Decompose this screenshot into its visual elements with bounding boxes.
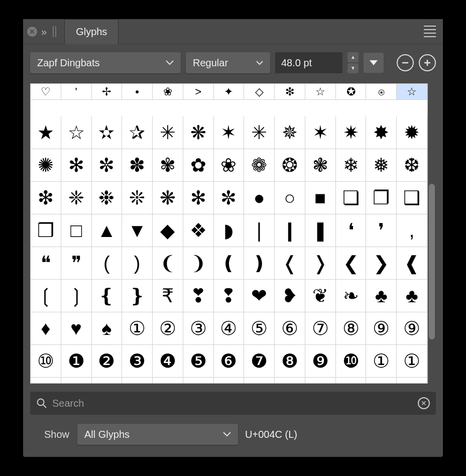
glyph-cell[interactable]: ♣ bbox=[397, 280, 427, 312]
glyph-cell[interactable]: ❦ bbox=[305, 280, 336, 312]
glyph-cell[interactable]: ❸ bbox=[397, 378, 427, 384]
glyph-cell[interactable]: ❻ bbox=[214, 345, 245, 378]
glyph-cell[interactable]: ❊ bbox=[122, 182, 153, 214]
glyph-cell[interactable]: ③ bbox=[61, 378, 92, 384]
glyph-cell[interactable]: ① bbox=[122, 312, 153, 345]
glyph-cell[interactable]: ❣ bbox=[183, 280, 214, 312]
glyph-cell[interactable]: ❄ bbox=[336, 149, 367, 182]
zoom-out-button[interactable] bbox=[397, 54, 414, 71]
glyph-cell[interactable]: ❀ bbox=[214, 149, 245, 182]
glyph-cell[interactable]: ◇ bbox=[244, 84, 275, 100]
glyph-cell[interactable]: ❙ bbox=[275, 214, 305, 247]
glyph-cell[interactable]: ⑩ bbox=[275, 378, 305, 384]
glyph-cell[interactable]: ✻ bbox=[183, 182, 214, 214]
glyph-cell[interactable]: ❐ bbox=[366, 182, 397, 214]
glyph-cell[interactable]: ✢ bbox=[92, 84, 123, 100]
glyph-cell[interactable]: ⍟ bbox=[366, 84, 397, 100]
glyph-cell[interactable]: ❑ bbox=[397, 182, 427, 214]
show-filter-select[interactable]: All Glyphs bbox=[77, 424, 238, 445]
glyph-cell[interactable]: ' bbox=[61, 84, 92, 100]
close-icon[interactable]: ✕ bbox=[27, 27, 37, 37]
glyph-cell[interactable]: ❥ bbox=[275, 280, 305, 312]
glyph-cell[interactable]: ❾ bbox=[305, 345, 336, 378]
glyph-cell[interactable]: ② bbox=[31, 378, 61, 384]
glyph-cell[interactable]: ❬ bbox=[275, 247, 305, 280]
glyph-cell[interactable]: ❖ bbox=[183, 214, 214, 247]
glyph-cell[interactable]: • bbox=[122, 84, 153, 100]
glyph-cell[interactable]: ♠ bbox=[92, 312, 123, 345]
glyph-cell[interactable]: ❘ bbox=[244, 214, 275, 247]
glyph-cell[interactable]: ✦ bbox=[214, 84, 245, 100]
glyph-cell[interactable]: ⑨ bbox=[397, 312, 427, 345]
glyph-cell[interactable]: ❸ bbox=[366, 378, 397, 384]
glyph-cell[interactable]: ❷ bbox=[92, 345, 123, 378]
glyph-cell[interactable]: ) bbox=[122, 247, 153, 280]
glyph-cell[interactable]: ◗ bbox=[214, 214, 245, 247]
glyph-cell[interactable]: ① bbox=[366, 345, 397, 378]
glyph-cell[interactable]: ☆ bbox=[61, 116, 92, 149]
font-family-select[interactable]: Zapf Dingbats bbox=[30, 52, 181, 73]
glyph-cell[interactable]: ❯ bbox=[366, 247, 397, 280]
glyph-cell[interactable]: ❇ bbox=[275, 84, 305, 100]
grip-icon[interactable] bbox=[53, 26, 56, 37]
glyph-cell[interactable]: ✶ bbox=[214, 116, 245, 149]
glyph-cell[interactable]: ✶ bbox=[305, 116, 336, 149]
glyph-cell[interactable]: ① bbox=[397, 345, 427, 378]
glyph-cell[interactable]: ❛ bbox=[336, 214, 367, 247]
glyph-cell[interactable]: ✳ bbox=[153, 116, 183, 149]
glyph-cell[interactable]: ■ bbox=[305, 182, 336, 214]
glyph-cell[interactable]: ❜ bbox=[366, 214, 397, 247]
clear-search-button[interactable]: ✕ bbox=[418, 397, 430, 409]
glyph-cell[interactable]: ❿ bbox=[336, 345, 367, 378]
glyph-cell[interactable]: ✳ bbox=[244, 116, 275, 149]
glyph-cell[interactable]: ⑤ bbox=[122, 378, 153, 384]
glyph-cell[interactable]: ❮ bbox=[336, 247, 367, 280]
glyph-cell[interactable]: ✫ bbox=[92, 116, 123, 149]
glyph-cell[interactable]: ❀ bbox=[153, 84, 183, 100]
glyph-cell[interactable]: ✼ bbox=[214, 182, 245, 214]
glyph-cell[interactable]: ❝ bbox=[31, 247, 61, 280]
glyph-cell[interactable]: ❸ bbox=[122, 345, 153, 378]
glyph-cell[interactable]: ⑤ bbox=[244, 312, 275, 345]
chevron-double-right-icon[interactable]: » bbox=[41, 27, 47, 37]
glyph-cell[interactable]: □ bbox=[61, 214, 92, 247]
glyph-cell[interactable]: ❴ bbox=[92, 280, 123, 312]
glyph-cell[interactable]: ✼ bbox=[92, 149, 123, 182]
glyph-cell[interactable]: ♣ bbox=[366, 280, 397, 312]
glyph-cell[interactable]: ⑥ bbox=[275, 312, 305, 345]
glyph-cell[interactable]: ❪ bbox=[214, 247, 245, 280]
glyph-cell[interactable]: ⑩ bbox=[31, 345, 61, 378]
glyph-cell[interactable]: ₹ bbox=[153, 280, 183, 312]
glyph-cell[interactable]: ❶ bbox=[305, 378, 336, 384]
glyph-cell[interactable]: ✿ bbox=[183, 149, 214, 182]
glyph-cell[interactable]: , bbox=[397, 214, 427, 247]
glyph-cell[interactable]: ❇ bbox=[31, 182, 61, 214]
glyph-cell[interactable]: ▲ bbox=[92, 214, 123, 247]
glyph-cell[interactable]: ⑨ bbox=[366, 312, 397, 345]
glyph-cell[interactable]: ❁ bbox=[244, 149, 275, 182]
glyph-cell[interactable]: ❂ bbox=[275, 149, 305, 182]
glyph-cell[interactable]: ❭ bbox=[305, 247, 336, 280]
glyph-cell[interactable]: ❧ bbox=[336, 280, 367, 312]
glyph-cell[interactable]: ⑦ bbox=[305, 312, 336, 345]
glyph-cell[interactable]: ❉ bbox=[92, 182, 123, 214]
glyph-cell[interactable]: ❢ bbox=[214, 280, 245, 312]
glyph-cell[interactable]: ④ bbox=[214, 312, 245, 345]
glyph-cell[interactable]: ❋ bbox=[183, 116, 214, 149]
size-step-down[interactable]: ▼ bbox=[347, 63, 359, 73]
zoom-in-button[interactable] bbox=[419, 54, 436, 71]
glyph-grid-scroll[interactable]: ♡'✢•❀>✦◇❇☆✪⍟☆★☆✫✰✳❋✶✳✵✶✷✸✹✺✻✼✽✾✿❀❁❂❃❄❅❆❇… bbox=[30, 83, 428, 384]
glyph-cell[interactable]: ✺ bbox=[31, 149, 61, 182]
glyph-cell[interactable]: ❰ bbox=[397, 247, 427, 280]
glyph-cell[interactable]: ❏ bbox=[336, 182, 367, 214]
glyph-cell[interactable]: ❆ bbox=[397, 149, 427, 182]
glyph-cell[interactable]: ( bbox=[92, 247, 123, 280]
glyph-cell[interactable]: ❺ bbox=[183, 345, 214, 378]
glyph-cell[interactable]: ☆ bbox=[305, 84, 336, 100]
vertical-scrollbar[interactable] bbox=[428, 83, 436, 384]
glyph-cell[interactable]: ○ bbox=[275, 182, 305, 214]
glyph-cell[interactable]: ❤ bbox=[244, 280, 275, 312]
glyph-cell[interactable]: ❶ bbox=[61, 345, 92, 378]
glyph-cell[interactable]: ❵ bbox=[122, 280, 153, 312]
glyph-cell[interactable]: ⑦ bbox=[183, 378, 214, 384]
